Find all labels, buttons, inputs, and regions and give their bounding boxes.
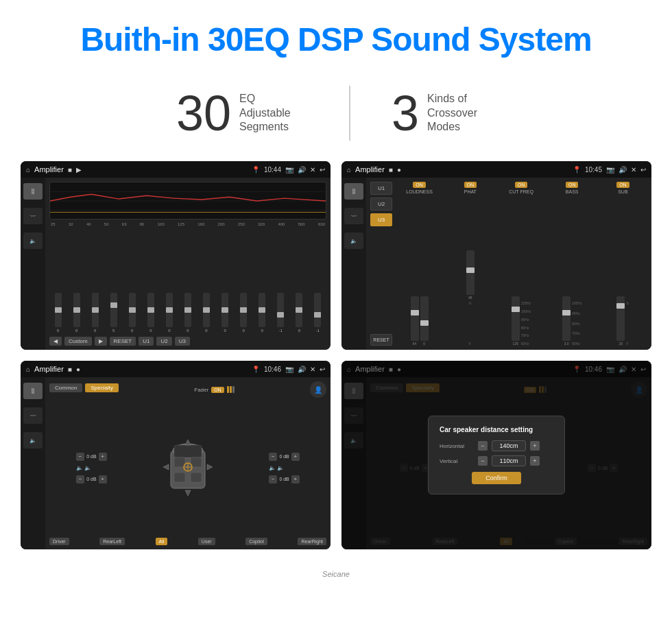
fader-area: Fader ON (194, 386, 234, 393)
watermark: Seicane (0, 570, 672, 584)
volume-icon2[interactable]: 🔊 (619, 166, 627, 174)
preset-reset[interactable]: RESET (370, 334, 392, 346)
fader-on-btn[interactable]: ON (211, 387, 224, 393)
db-ctrl-tr: − 0 dB + (269, 453, 299, 461)
preset-u3[interactable]: U3 (370, 213, 392, 226)
screen-modal: ⌂ Amplifier ■ ● 📍 10:46 📷 🔊 ✕ ↩ 🎛 〰 🔈 (341, 361, 651, 549)
rec-icon3: ■ (68, 366, 72, 373)
pos-rearleft[interactable]: RearLeft (99, 538, 125, 545)
eq-slider-7: 0 (179, 293, 196, 333)
camera-icon3[interactable]: 📷 (285, 366, 293, 373)
eq-next-btn[interactable]: ▶ (95, 337, 107, 346)
svg-marker-14 (185, 440, 191, 445)
volume-icon[interactable]: 🔊 (298, 166, 306, 174)
pos-rearright[interactable]: RearRight (298, 538, 326, 545)
eq-slider-3: 5 (105, 293, 122, 333)
pos-user[interactable]: User (198, 538, 215, 545)
confirm-button[interactable]: Confirm (472, 472, 521, 484)
ch-bass-on[interactable]: ON (566, 182, 579, 188)
eq-prev-btn[interactable]: ◀ (49, 337, 62, 346)
car-layout: − 0 dB + 🔈 🔈 − 0 dB + (49, 401, 326, 535)
pos-copilot[interactable]: Copilot (245, 538, 267, 545)
db-plus-bl[interactable]: + (99, 475, 107, 484)
eq-slider-9: 0 (217, 293, 234, 333)
play-icon[interactable]: ▶ (76, 166, 82, 174)
screen2-content: 🎛 〰 🔈 U1 U2 U3 RESET ON LO (341, 178, 651, 350)
camera-icon2[interactable]: 📷 (606, 166, 614, 174)
pos-driver[interactable]: Driver (49, 538, 69, 545)
eq-btn[interactable]: 🎛 (23, 183, 43, 200)
stats-row: 30 EQ AdjustableSegments 3 Kinds ofCross… (0, 72, 672, 161)
modal-horiz-plus[interactable]: + (530, 441, 540, 451)
ch-phat-sliders: 48 (466, 195, 475, 300)
eq-custom-btn[interactable]: Custom (64, 337, 92, 346)
back-icon2[interactable]: ↩ (640, 166, 646, 174)
modal-horiz-minus[interactable]: − (478, 441, 488, 451)
ch-phat: ON PHAT 48 GF (446, 182, 494, 346)
ch-cutfreq: ON CUT FREQ 125 125Hz100Hz90Hz80Hz70Hz60… (496, 182, 545, 346)
wave-btn2[interactable]: 〰 (344, 208, 363, 224)
vol-btn2[interactable]: 🔈 (344, 232, 363, 249)
eq-btn2[interactable]: 🎛 (344, 183, 363, 200)
ch-loudness: ON LOUDNESS 64 0 (395, 182, 444, 346)
home-icon[interactable]: ⌂ (26, 166, 30, 174)
ch-bass-sliders: 3.0 100Hz90Hz80Hz70Hz60Hz (562, 195, 581, 346)
eq-btn3[interactable]: 🎛 (23, 383, 43, 399)
modal-title: Car speaker distance setting (440, 426, 553, 433)
eq-slider-14: -1 (309, 293, 326, 333)
screen2-main: U1 U2 U3 RESET ON LOUDNESS (366, 178, 651, 350)
db-plus-tr[interactable]: + (291, 453, 300, 461)
eq-u2-btn[interactable]: U2 (156, 337, 171, 346)
modal-vert-plus[interactable]: + (530, 456, 540, 466)
screen-eq: ⌂ Amplifier ■ ▶ 📍 10:44 📷 🔊 ✕ ↩ 🎛 〰 🔈 (21, 161, 331, 350)
eq-u1-btn[interactable]: U1 (139, 337, 154, 346)
eq-reset-btn[interactable]: RESET (110, 337, 136, 346)
db-plus-br[interactable]: + (291, 475, 300, 484)
rec-icon: ■ (68, 166, 72, 174)
modal-vert-minus[interactable]: − (478, 456, 488, 466)
ch-sub-label: SUB (618, 189, 627, 194)
left-controls: − 0 dB + 🔈 🔈 − 0 dB + (76, 453, 106, 484)
db-minus-bl[interactable]: − (76, 475, 84, 484)
ch-sub-on[interactable]: ON (616, 182, 629, 188)
ch-bass-label: BASS (566, 189, 579, 194)
preset-u1[interactable]: U1 (370, 182, 392, 195)
wave-btn3[interactable]: 〰 (23, 407, 43, 424)
db-plus-tl[interactable]: + (99, 453, 107, 461)
pos-all[interactable]: All (156, 538, 168, 545)
close-icon2[interactable]: ✕ (631, 166, 636, 174)
back-icon[interactable]: ↩ (320, 166, 325, 174)
right-controls: − 0 dB + 🔈 🔈 − 0 dB + (269, 453, 299, 484)
db-minus-tl[interactable]: − (76, 453, 84, 461)
tab-common[interactable]: Common (49, 383, 82, 392)
speaker-icons-left: 🔈 🔈 (76, 465, 106, 471)
ch-loudness-on[interactable]: ON (413, 182, 426, 188)
db-ctrl-bl: − 0 dB + (76, 475, 106, 484)
close-icon3[interactable]: ✕ (310, 366, 315, 373)
camera-icon[interactable]: 📷 (285, 166, 293, 174)
close-icon[interactable]: ✕ (310, 166, 315, 174)
modal-vertical-label: Vertical (440, 458, 474, 464)
home-icon3[interactable]: ⌂ (26, 366, 30, 373)
svg-rect-9 (174, 473, 185, 482)
eq-u3-btn[interactable]: U3 (175, 337, 190, 346)
ch-cutfreq-on[interactable]: ON (515, 182, 528, 188)
page-title: Buith-in 30EQ DSP Sound System (14, 21, 658, 58)
back-icon3[interactable]: ↩ (320, 366, 325, 373)
volume-icon3[interactable]: 🔊 (298, 366, 306, 373)
page-header: Buith-in 30EQ DSP Sound System (0, 0, 672, 72)
db-minus-tr[interactable]: − (269, 453, 277, 461)
vol-btn[interactable]: 🔈 (23, 232, 43, 249)
rec-icon2: ■ (389, 166, 393, 174)
screen2-title: Amplifier (355, 165, 385, 174)
screen1-content: 🎛 〰 🔈 (21, 178, 331, 350)
tab-specialty[interactable]: Specialty (85, 383, 118, 392)
wave-btn[interactable]: 〰 (23, 208, 43, 224)
preset-u2[interactable]: U2 (370, 198, 392, 211)
screen1-title: Amplifier (34, 165, 64, 174)
dot-icon3: ● (76, 366, 80, 373)
vol-btn3[interactable]: 🔈 (23, 432, 43, 449)
db-minus-br[interactable]: − (269, 475, 277, 484)
home-icon2[interactable]: ⌂ (347, 166, 351, 174)
ch-phat-on[interactable]: ON (464, 182, 477, 188)
